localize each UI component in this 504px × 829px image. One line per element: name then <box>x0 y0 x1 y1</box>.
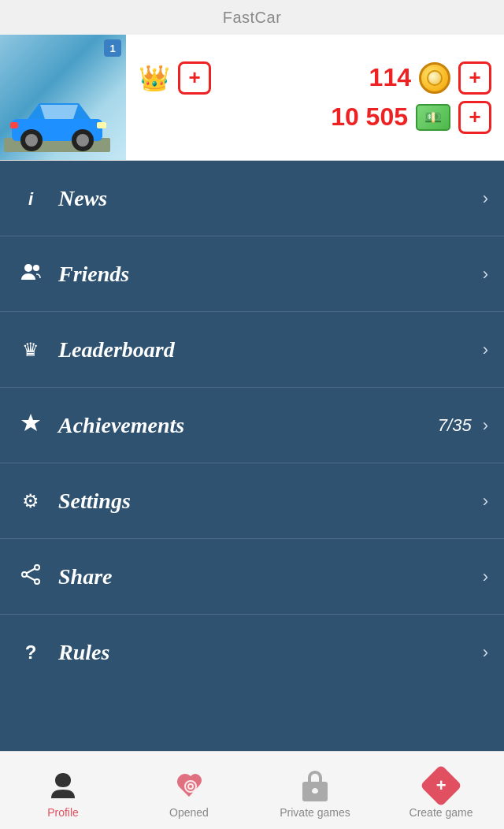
tab-profile[interactable]: Profile <box>0 752 126 829</box>
create-game-icon: + <box>424 768 458 803</box>
menu-label-leaderboard: Leaderboard <box>58 337 483 362</box>
svg-point-9 <box>33 265 39 271</box>
menu-chevron-friends: › <box>483 264 488 284</box>
menu-icon-settings: ⚙ <box>16 490 46 512</box>
menu-chevron-news: › <box>483 188 488 209</box>
svg-point-3 <box>25 134 38 147</box>
app-title: FastCar <box>223 9 282 27</box>
menu-label-settings: Settings <box>58 489 483 514</box>
add-vip-button[interactable]: + <box>178 61 211 95</box>
menu-chevron-share: › <box>483 567 488 587</box>
coins-value: 114 <box>340 63 411 92</box>
profile-icon <box>46 768 80 803</box>
svg-line-15 <box>27 575 35 580</box>
menu-item-news[interactable]: i News › <box>0 161 504 236</box>
menu-chevron-achievements: › <box>483 415 488 436</box>
svg-marker-10 <box>21 414 40 431</box>
cash-row: 10 505 💵 + <box>139 101 491 134</box>
crown-icon: 👑 <box>139 63 170 93</box>
svg-point-13 <box>22 572 27 577</box>
svg-point-8 <box>24 264 32 272</box>
menu-chevron-settings: › <box>483 491 488 511</box>
menu-icon-friends <box>16 261 46 288</box>
menu-icon-leaderboard: ♛ <box>16 339 46 361</box>
menu-label-achievements: Achievements <box>58 413 438 438</box>
menu-item-achievements[interactable]: Achievements 7/35 › <box>0 388 504 463</box>
menu-item-friends[interactable]: Friends › <box>0 236 504 312</box>
cash-value: 10 505 <box>321 102 408 132</box>
private-games-icon <box>298 768 332 803</box>
menu-label-rules: Rules <box>58 640 483 665</box>
menu-label-friends: Friends <box>58 262 483 287</box>
svg-rect-6 <box>97 122 106 128</box>
menu-label-news: News <box>58 186 483 211</box>
menu-chevron-rules: › <box>483 642 488 663</box>
header: 1 👑 + 114 + <box>0 35 504 161</box>
svg-point-11 <box>35 565 39 570</box>
avatar-badge: 1 <box>104 39 121 57</box>
avatar-section: 1 <box>0 35 126 160</box>
menu-item-leaderboard[interactable]: ♛ Leaderboard › <box>0 312 504 388</box>
menu-badge-achievements: 7/35 <box>438 415 472 436</box>
cash-icon: 💵 <box>416 104 450 131</box>
add-coins-button[interactable]: + <box>458 61 491 95</box>
tab-bar: Profile Opened Private games <box>0 751 504 829</box>
add-cash-button[interactable]: + <box>458 101 491 134</box>
tab-opened[interactable]: Opened <box>126 752 252 829</box>
svg-line-14 <box>27 568 35 573</box>
menu-label-share: Share <box>58 564 483 589</box>
menu-item-settings[interactable]: ⚙ Settings › <box>0 463 504 539</box>
tab-label-opened: Opened <box>169 806 209 819</box>
main-content: 1 👑 + 114 + <box>0 35 504 751</box>
avatar-image: 1 <box>0 35 126 160</box>
tab-create-game[interactable]: + Create game <box>378 752 504 829</box>
tab-label-private-games: Private games <box>280 806 350 819</box>
menu-list: i News › Friends › ♛ Leaderboard › Achie… <box>0 161 504 751</box>
menu-item-rules[interactable]: ? Rules › <box>0 615 504 690</box>
svg-rect-7 <box>10 122 18 128</box>
menu-chevron-leaderboard: › <box>483 340 488 360</box>
tab-label-profile: Profile <box>47 806 79 819</box>
svg-point-12 <box>35 579 39 584</box>
menu-icon-news: i <box>16 188 46 210</box>
car-image <box>4 89 110 152</box>
menu-icon-achievements <box>16 412 46 439</box>
tab-label-create-game: Create game <box>410 806 473 819</box>
coin-icon <box>419 62 450 94</box>
menu-icon-share <box>16 563 46 590</box>
coins-row: 👑 + 114 + <box>139 61 491 95</box>
tab-private-games[interactable]: Private games <box>252 752 378 829</box>
svg-point-18 <box>189 785 192 788</box>
menu-item-share[interactable]: Share › <box>0 539 504 615</box>
svg-point-5 <box>76 134 89 147</box>
stats-section: 👑 + 114 + 10 505 💵 + <box>126 35 504 160</box>
opened-icon <box>172 768 206 803</box>
menu-icon-rules: ? <box>16 641 46 664</box>
title-bar: FastCar <box>0 0 504 35</box>
